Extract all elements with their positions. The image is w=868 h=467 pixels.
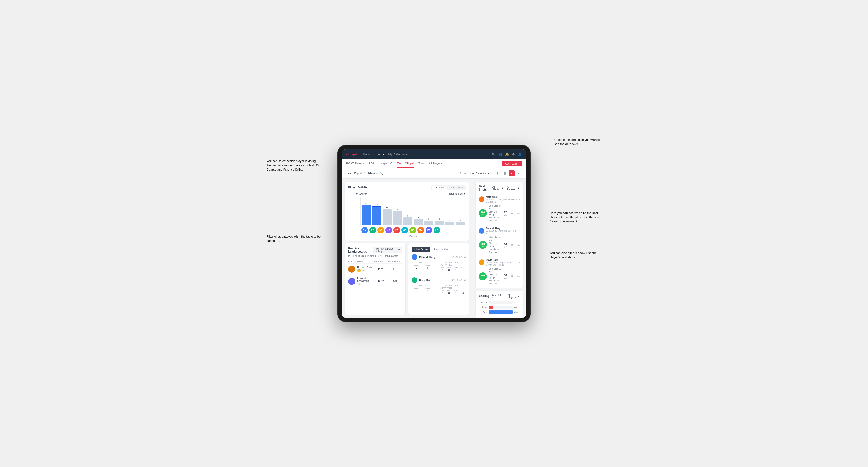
scoring-title: Scoring: [479, 294, 489, 298]
tab-all-players[interactable]: All Players: [429, 159, 442, 168]
tab-pga[interactable]: PGA: [369, 159, 375, 168]
pb-score-rbutler: 19/20: [374, 268, 388, 271]
table-row[interactable]: Richard Butler 🥇 1 19/20 110: [348, 264, 402, 275]
scoring-players-filter[interactable]: All Players ▼: [508, 293, 520, 299]
card-view-btn[interactable]: ▦: [501, 170, 507, 177]
shot-stat-zero-label-dford: yds: [517, 275, 520, 277]
col-player-name: PLAYER NAME: [348, 260, 374, 262]
bell-icon[interactable]: 🔔: [505, 152, 509, 156]
show-dropdown[interactable]: Last 3 months ▼: [470, 172, 490, 175]
bar-mmiller: 3: [435, 197, 444, 225]
practice-leaderboards-card: Practice Leaderboards PUTT Must Make Put…: [345, 243, 405, 315]
shot-stat-yds-dford: 16 yds: [504, 274, 507, 279]
users-icon[interactable]: 👥: [498, 152, 502, 156]
bar-obillingham: 4: [414, 197, 423, 225]
search-icon[interactable]: 🔍: [492, 152, 496, 156]
main-content: Player Activity On Course Practice Drill…: [342, 179, 526, 318]
chart-dropdown[interactable]: Total Rounds ▼: [449, 192, 466, 195]
avatar-rbritt[interactable]: RB: [369, 227, 376, 234]
tab-hcaps[interactable]: Hcaps 1-5: [379, 159, 392, 168]
shot-details-bmcharg: 200 SG Shot Dist: 43 yds Start Lie: Roug…: [479, 236, 520, 254]
practice-dropdown[interactable]: PUTT Must Make Putting ... ▼: [373, 247, 402, 253]
active-player-bmcharg[interactable]: Blair McHarg 26 Aug 2023 Total Rounds To…: [412, 254, 466, 275]
tablet-screen: clippd Home Teams My Performance 🔍 👥 🔔 ⊕…: [342, 149, 526, 318]
avatar-rbutler[interactable]: RB: [409, 227, 416, 234]
shot-stat-zero-dford: 0: [509, 273, 515, 280]
heart-view-btn[interactable]: ♥: [508, 170, 515, 177]
shot-stat-zero-mmiller: 0: [509, 210, 515, 216]
shots-filter[interactable]: All Shots ▼: [493, 185, 504, 191]
shot-location-dford: 24 Aug 2023 · Royal North Devon GC, Hole…: [486, 261, 518, 266]
pb-avg-ecrossman: 107: [388, 280, 402, 283]
shot-item-bmcharg[interactable]: Blair McHarg 23 Jul 2023 · Ashridge GC, …: [475, 225, 523, 256]
tab-team-clippd[interactable]: Team Clippd: [397, 159, 414, 168]
active-date-bmcharg: 26 Aug 2023: [453, 256, 466, 258]
bar-jcoles: 9: [393, 197, 402, 225]
edit-icon[interactable]: ✏️: [379, 172, 383, 175]
bar-bmcharg: 13: [362, 197, 371, 225]
grid-view-btn[interactable]: ⊞: [494, 170, 500, 177]
dropdown-arrow-icon: ▼: [517, 187, 520, 189]
nav-links: Home Teams My Performance: [363, 152, 486, 157]
bar-ecrossman: 2: [445, 197, 454, 225]
y-label-5: 5: [359, 222, 360, 224]
shot-stat-zero-bmcharg: 0: [509, 242, 515, 248]
avatar-dford[interactable]: DF: [377, 227, 384, 234]
least-active-tab[interactable]: Least Active: [431, 247, 451, 252]
user-avatar-icon[interactable]: 👤: [518, 152, 522, 156]
best-shots-title: Best Shots: [479, 185, 491, 191]
avatar-bmcharg[interactable]: BM: [361, 227, 368, 234]
players-filter[interactable]: All Players ▼: [507, 185, 520, 191]
active-player-rbritt[interactable]: Rees Britt 02 Sep 2023 Total Rounds Tour…: [412, 277, 466, 298]
course-toggle: On Course Practice Drills: [431, 185, 466, 190]
shot-info-bmcharg: Shot Dist: 43 yds Start Lie: Rough End L…: [489, 236, 502, 254]
scoring-bar-container-pars: [489, 310, 513, 314]
stats-row-rbritt: Total Rounds Tournament 8 Practice: [412, 284, 466, 294]
most-active-card: Most Active Least Active Blair McHarg 26…: [408, 243, 469, 315]
nav-link-home[interactable]: Home: [363, 152, 371, 157]
avatar-lrobertson[interactable]: LR: [434, 227, 440, 234]
add-team-button[interactable]: Add Team +: [502, 161, 522, 166]
bar-rbutler: 3: [424, 197, 433, 225]
shot-player-row-dford: David Ford 24 Aug 2023 · Royal North Dev…: [479, 259, 520, 266]
practice-drills-btn[interactable]: Practice Drills: [447, 186, 465, 190]
dropdown-arrow-icon: ▼: [518, 295, 520, 298]
scoring-filter[interactable]: Par 3, 4 & 5s ▼: [491, 293, 505, 299]
scoring-bar-birdies: [489, 306, 493, 309]
player-activity-card: Player Activity On Course Practice Drill…: [345, 182, 469, 241]
active-player-header: Blair McHarg 26 Aug 2023: [412, 254, 466, 260]
most-active-tab[interactable]: Most Active: [412, 247, 431, 252]
scoring-row-birdies: Birdies 96: [479, 306, 520, 309]
col-pb-avg: PB AVG SQ: [388, 260, 402, 262]
col-pb-score: PB SCORE: [374, 260, 388, 262]
team-header: Team Clippd | 14 Players ✏️ Show: Last 3…: [342, 168, 526, 179]
stats-row-bmcharg: Total Rounds Tournament 7 Practice: [412, 261, 466, 272]
shot-player-name-mmiller: Matt Miller: [486, 196, 518, 198]
avatar-ecrossman[interactable]: EC: [426, 227, 432, 234]
tab-tour[interactable]: Tour: [418, 159, 424, 168]
y-label-0: 0: [359, 235, 360, 237]
pb-score-ecrossman: 18/20: [374, 280, 388, 283]
shot-location-mmiller: 09 Jun 2023 · Royal North Devon GC, Hole…: [486, 198, 518, 203]
nav-link-performance[interactable]: My Performance: [389, 152, 409, 157]
scoring-bar-pars: [489, 310, 513, 314]
nav-link-teams[interactable]: Teams: [375, 152, 383, 157]
shot-item-mmiller[interactable]: Matt Miller 09 Jun 2023 · Royal North De…: [475, 193, 523, 225]
shot-stat-zero-label-bmcharg: yds: [517, 244, 520, 246]
shot-item-dford[interactable]: David Ford 24 Aug 2023 · Royal North Dev…: [475, 256, 523, 288]
bar-dford: 10: [382, 197, 392, 225]
on-course-btn[interactable]: On Course: [432, 186, 447, 190]
plus-icon[interactable]: ⊕: [512, 152, 515, 156]
avatar-mmiller[interactable]: MM: [417, 227, 424, 234]
tab-pgat-players[interactable]: PGAT Players: [346, 159, 364, 168]
pb-avg-rbutler: 110: [388, 268, 402, 271]
shot-player-info-bmcharg: Blair McHarg 23 Jul 2023 · Ashridge GC, …: [486, 227, 518, 235]
avatar-eebert[interactable]: EE: [394, 227, 400, 234]
avatar-obillingham[interactable]: OB: [401, 227, 408, 234]
avatar-jcoles[interactable]: JC: [385, 227, 392, 234]
list-view-btn[interactable]: ≡: [516, 170, 522, 177]
table-row[interactable]: Edward Crossman ② 18/20 107: [348, 275, 402, 288]
best-shots-card: Best Shots All Shots ▼ All Players ▼: [475, 182, 523, 288]
nav-bar: clippd Home Teams My Performance 🔍 👥 🔔 ⊕…: [342, 149, 526, 159]
active-date-rbritt: 02 Sep 2023: [452, 279, 466, 281]
